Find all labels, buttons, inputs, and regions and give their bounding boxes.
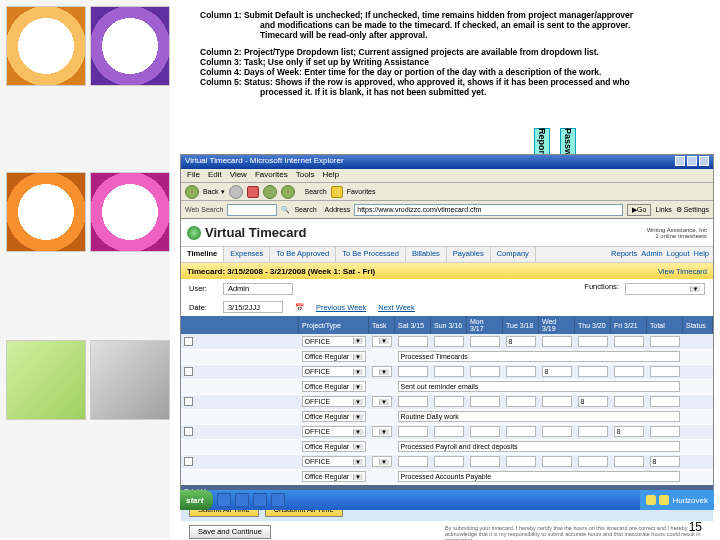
tab-company[interactable]: Company (491, 247, 536, 262)
refresh-button[interactable] (263, 185, 277, 199)
link-help[interactable]: Help (694, 249, 709, 260)
tab-timeline[interactable]: Timeline (181, 247, 224, 262)
hours-input[interactable]: 8 (542, 366, 572, 377)
project-dropdown[interactable]: OFFICE▼ (302, 456, 366, 467)
calendar-icon[interactable]: 📅 (295, 303, 304, 312)
hours-input[interactable] (398, 396, 428, 407)
hours-input[interactable]: 8 (506, 336, 536, 347)
prev-week-link[interactable]: Previous Week (316, 303, 366, 312)
description-input[interactable]: Sent out reminder emails (398, 381, 680, 392)
hours-input[interactable] (434, 336, 464, 347)
menu-view[interactable]: View (230, 170, 247, 181)
project-dropdown[interactable]: OFFICE▼ (302, 336, 366, 347)
hours-input[interactable] (650, 336, 680, 347)
project-dropdown[interactable]: Office Regular▼ (302, 441, 366, 452)
favorites-button[interactable]: Favorites (347, 188, 376, 195)
hours-input[interactable] (398, 366, 428, 377)
address-input[interactable]: https://www.vrodizzc.com/vtimecard.cfm (354, 204, 623, 216)
home-button[interactable] (281, 185, 295, 199)
hours-input[interactable] (578, 366, 608, 377)
hours-input[interactable] (398, 336, 428, 347)
close-button[interactable] (699, 156, 709, 166)
view-timecard-link[interactable]: View Timecard (658, 267, 707, 276)
start-button[interactable]: start (180, 490, 213, 510)
task-dropdown[interactable]: ▼ (372, 456, 392, 467)
tray-icon[interactable] (659, 495, 669, 505)
menu-file[interactable]: File (187, 170, 200, 181)
next-week-link[interactable]: Next Week (378, 303, 415, 312)
hours-input[interactable] (506, 366, 536, 377)
link-reports[interactable]: Reports (611, 249, 637, 260)
hours-input[interactable] (398, 426, 428, 437)
task-item[interactable] (235, 493, 249, 507)
submit-checkbox[interactable] (184, 457, 193, 466)
submit-checkbox[interactable] (184, 427, 193, 436)
project-dropdown[interactable]: Office Regular▼ (302, 471, 366, 482)
hours-input[interactable] (434, 366, 464, 377)
description-input[interactable]: Processed Accounts Payable (398, 471, 680, 482)
hours-input[interactable] (578, 336, 608, 347)
tab-expenses[interactable]: Expenses (224, 247, 270, 262)
task-dropdown[interactable]: ▼ (372, 426, 392, 437)
tray-icon[interactable] (646, 495, 656, 505)
task-dropdown[interactable]: ▼ (372, 366, 392, 377)
hours-input[interactable] (470, 366, 500, 377)
hours-input[interactable] (470, 456, 500, 467)
hours-input[interactable] (434, 426, 464, 437)
project-dropdown[interactable]: OFFICE▼ (302, 366, 366, 377)
task-item[interactable] (271, 493, 285, 507)
user-field[interactable]: Admin (223, 283, 293, 295)
project-dropdown[interactable]: OFFICE▼ (302, 396, 366, 407)
hours-input[interactable] (650, 366, 680, 377)
links-label[interactable]: Links (655, 206, 671, 213)
hours-input[interactable] (542, 456, 572, 467)
hours-input[interactable] (434, 396, 464, 407)
hours-input[interactable] (614, 396, 644, 407)
menu-edit[interactable]: Edit (208, 170, 222, 181)
submit-checkbox[interactable] (184, 337, 193, 346)
tab-billables[interactable]: Billables (406, 247, 447, 262)
hours-input[interactable] (578, 456, 608, 467)
hours-input[interactable] (650, 426, 680, 437)
go-button[interactable]: ▶ Go (627, 204, 651, 216)
hours-input[interactable] (398, 456, 428, 467)
submit-checkbox[interactable] (184, 397, 193, 406)
project-dropdown[interactable]: Office Regular▼ (302, 351, 366, 362)
hours-input[interactable]: 8 (578, 396, 608, 407)
task-item[interactable] (217, 493, 231, 507)
stop-button[interactable] (247, 186, 259, 198)
maximize-button[interactable] (687, 156, 697, 166)
project-dropdown[interactable]: OFFICE▼ (302, 426, 366, 437)
hours-input[interactable] (506, 396, 536, 407)
search-button[interactable]: Search (305, 188, 327, 195)
functions-dropdown[interactable]: ▼ (625, 283, 705, 295)
description-input[interactable]: Processed Timecards (398, 351, 680, 362)
project-dropdown[interactable]: Office Regular▼ (302, 381, 366, 392)
hours-input[interactable] (614, 336, 644, 347)
project-dropdown[interactable]: Office Regular▼ (302, 411, 366, 422)
submit-checkbox[interactable] (184, 367, 193, 376)
back-button[interactable] (185, 185, 199, 199)
hours-input[interactable]: 8 (650, 456, 680, 467)
tab-approve[interactable]: To Be Approved (270, 247, 336, 262)
websearch-input[interactable] (227, 204, 277, 216)
link-admin[interactable]: Admin (641, 249, 662, 260)
favorites-icon[interactable] (331, 186, 343, 198)
task-dropdown[interactable]: ▼ (372, 396, 392, 407)
menu-tools[interactable]: Tools (296, 170, 315, 181)
hours-input[interactable] (542, 426, 572, 437)
hours-input[interactable] (614, 366, 644, 377)
settings-link[interactable]: Settings (684, 206, 709, 213)
hours-input[interactable] (506, 426, 536, 437)
hours-input[interactable] (542, 336, 572, 347)
hours-input[interactable] (470, 396, 500, 407)
tab-process[interactable]: To Be Processed (336, 247, 406, 262)
menu-help[interactable]: Help (322, 170, 338, 181)
hours-input[interactable] (506, 456, 536, 467)
description-input[interactable]: Routine Daily work (398, 411, 680, 422)
hours-input[interactable] (578, 426, 608, 437)
search-label[interactable]: Search (294, 206, 316, 213)
save-continue-button[interactable]: Save and Continue (189, 525, 271, 539)
tab-payables[interactable]: Payables (447, 247, 491, 262)
task-dropdown[interactable]: ▼ (372, 336, 392, 347)
